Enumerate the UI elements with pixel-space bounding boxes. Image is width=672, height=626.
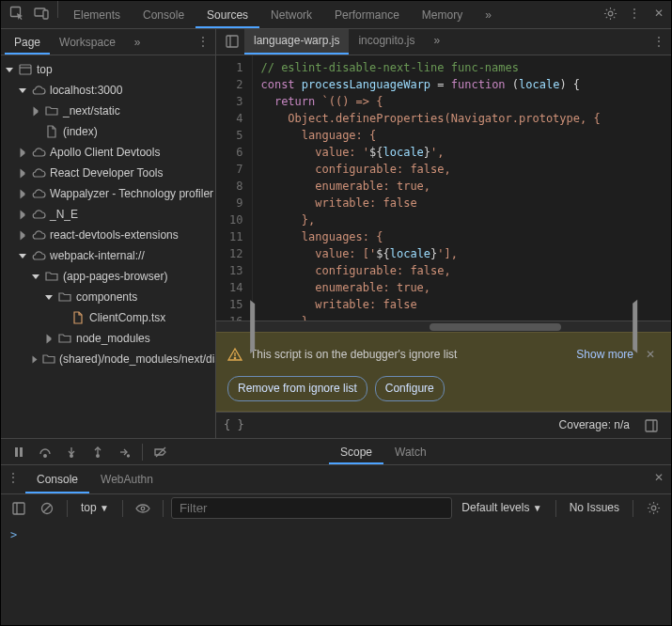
issues-button[interactable]: No Issues <box>564 500 625 516</box>
console-settings-icon[interactable] <box>641 496 665 521</box>
configure-button[interactable]: Configure <box>375 376 445 401</box>
file-tab[interactable]: language-warp.js <box>244 29 349 55</box>
tree-label: node_modules <box>76 331 150 347</box>
filter-input[interactable] <box>171 497 452 519</box>
drawer-close-icon[interactable]: ✕ <box>647 465 671 490</box>
navigator-panel: PageWorkspace » ⋮ toplocalhost:3000_next… <box>1 29 216 438</box>
tab-memory[interactable]: Memory <box>411 1 474 28</box>
console-sidebar-icon[interactable] <box>7 496 31 521</box>
code-editor[interactable]: 1234567891011121314151617 // eslint-disa… <box>216 55 671 321</box>
tab-console[interactable]: Console <box>132 1 195 28</box>
tsx-icon <box>70 310 86 325</box>
tree-label: webpack-internal:// <box>50 248 145 264</box>
toggle-navigator-icon[interactable] <box>220 29 244 54</box>
main-tabs-overflow[interactable]: » <box>474 1 503 28</box>
chevron-right-icon[interactable] <box>18 233 27 238</box>
step-over-icon[interactable] <box>33 440 57 464</box>
drawer: ⋮ ConsoleWebAuthn ✕ top ▼ Default levels… <box>1 464 671 625</box>
chevron-down-icon[interactable] <box>5 68 14 72</box>
file-tabs-overflow[interactable]: » <box>424 29 449 55</box>
tab-watch[interactable]: Watch <box>383 439 438 464</box>
tree-node[interactable]: node_modules <box>1 328 215 349</box>
divider <box>57 1 58 18</box>
tree-node[interactable]: _next/static <box>1 101 215 121</box>
more-icon[interactable]: ⋮ <box>622 1 647 25</box>
chevron-down-icon[interactable] <box>18 254 27 258</box>
tree-node[interactable]: Apollo Client Devtools <box>1 142 215 163</box>
code-content[interactable]: // eslint-disable-next-line func-namesco… <box>253 55 671 321</box>
tree-node[interactable]: react-devtools-extensions <box>1 225 215 245</box>
chevron-down-icon[interactable] <box>18 88 27 93</box>
navigator-more-icon[interactable]: ⋮ <box>191 29 215 54</box>
tab-network[interactable]: Network <box>259 1 323 28</box>
context-selector[interactable]: top ▼ <box>75 500 115 516</box>
coverage-label: Coverage: n/a <box>559 417 630 433</box>
tree-node[interactable]: _N_E <box>1 204 215 225</box>
chevron-down-icon[interactable] <box>31 274 40 279</box>
chevron-right-icon[interactable] <box>18 171 27 176</box>
tree-node[interactable]: top <box>1 59 215 80</box>
show-more-link[interactable]: Show more <box>576 347 633 363</box>
nav-tab-workspace[interactable]: Workspace <box>50 29 125 55</box>
line-gutter: 1234567891011121314151617 <box>216 55 253 321</box>
editor-hscrollbar[interactable] <box>216 321 671 332</box>
navigator-tabs-overflow[interactable]: » <box>125 29 150 55</box>
scroll-right-icon[interactable] <box>633 300 637 353</box>
tree-label: (shared)/node_modules/next/dist <box>59 352 215 368</box>
file-tab[interactable]: incognito.js <box>349 29 424 55</box>
chevron-right-icon[interactable] <box>18 192 27 196</box>
ignore-list-infobar: This script is on the debugger's ignore … <box>216 332 671 412</box>
tree-node[interactable]: (index) <box>1 121 215 142</box>
folder-icon <box>44 103 59 118</box>
nav-tab-page[interactable]: Page <box>5 29 50 55</box>
clear-console-icon[interactable] <box>35 496 59 521</box>
live-expression-icon[interactable] <box>131 496 155 521</box>
inspect-element-icon[interactable] <box>5 1 29 25</box>
remove-from-ignore-button[interactable]: Remove from ignore list <box>227 376 367 401</box>
deactivate-breakpoints-icon[interactable] <box>148 440 173 464</box>
chevron-right-icon[interactable] <box>31 109 40 114</box>
cloud-icon <box>31 186 46 201</box>
svg-point-9 <box>234 358 235 359</box>
tree-node[interactable]: React Developer Tools <box>1 163 215 183</box>
tree-node[interactable]: (shared)/node_modules/next/dist <box>1 349 215 369</box>
chevron-right-icon[interactable] <box>31 357 39 362</box>
scrollbar-thumb[interactable] <box>430 323 561 331</box>
drawer-tabs: ⋮ ConsoleWebAuthn ✕ <box>1 465 671 493</box>
step-icon[interactable] <box>112 440 136 464</box>
settings-icon[interactable] <box>598 1 622 25</box>
tree-label: (app-pages-browser) <box>63 269 167 285</box>
console-output[interactable]: > <box>1 522 671 625</box>
scroll-left-icon[interactable] <box>250 300 255 353</box>
drawer-tab-webauthn[interactable]: WebAuthn <box>89 465 164 493</box>
infobar-close-icon[interactable]: ✕ <box>641 342 660 367</box>
tree-node[interactable]: ClientComp.tsx <box>1 307 215 328</box>
drawer-tab-console[interactable]: Console <box>25 465 89 493</box>
tab-scope[interactable]: Scope <box>329 439 383 464</box>
tree-label: components <box>76 290 137 305</box>
editor-more-icon[interactable]: ⋮ <box>647 29 671 54</box>
file-tree: toplocalhost:3000_next/static(index)Apol… <box>1 55 215 438</box>
tab-performance[interactable]: Performance <box>323 1 411 28</box>
tab-sources[interactable]: Sources <box>195 1 259 28</box>
pause-icon[interactable] <box>7 440 31 464</box>
tree-node[interactable]: Wappalyzer - Technology profiler <box>1 183 215 204</box>
tab-elements[interactable]: Elements <box>62 1 132 28</box>
pretty-print-icon[interactable]: { } <box>224 417 244 433</box>
chevron-down-icon[interactable] <box>44 295 54 300</box>
tree-node[interactable]: webpack-internal:// <box>1 245 215 266</box>
chevron-right-icon[interactable] <box>44 336 54 341</box>
tree-node[interactable]: localhost:3000 <box>1 80 215 101</box>
infobar-message: This script is on the debugger's ignore … <box>250 347 457 363</box>
log-levels-selector[interactable]: Default levels ▼ <box>456 500 547 516</box>
chevron-right-icon[interactable] <box>18 150 27 155</box>
drawer-more-icon[interactable]: ⋮ <box>1 465 25 490</box>
step-out-icon[interactable] <box>86 440 110 464</box>
device-toolbar-icon[interactable] <box>29 1 54 25</box>
toggle-sidebar-icon[interactable] <box>639 414 664 438</box>
tree-node[interactable]: components <box>1 287 215 307</box>
close-icon[interactable]: ✕ <box>647 1 671 25</box>
chevron-right-icon[interactable] <box>18 212 27 217</box>
tree-node[interactable]: (app-pages-browser) <box>1 266 215 287</box>
step-into-icon[interactable] <box>59 440 84 464</box>
